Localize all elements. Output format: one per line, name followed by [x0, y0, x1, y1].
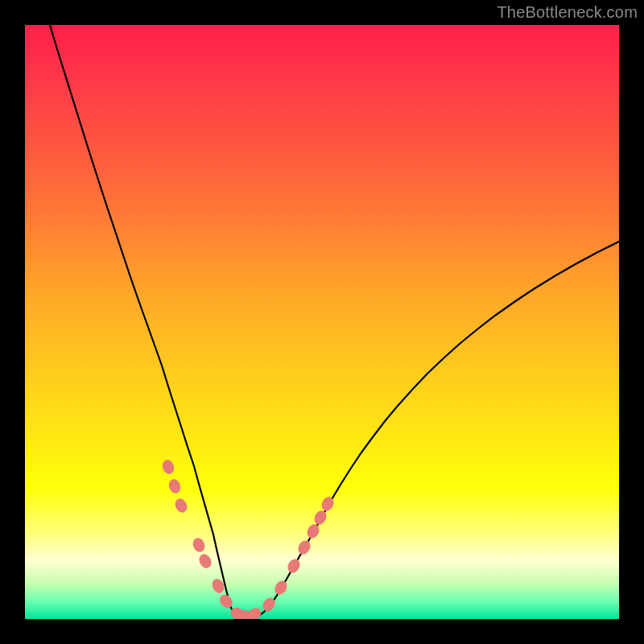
- highlight-dot: [191, 536, 207, 554]
- highlight-dot: [305, 522, 322, 540]
- highlight-dot: [312, 509, 329, 526]
- highlight-dot: [296, 539, 313, 557]
- highlight-dot: [173, 497, 189, 514]
- bottleneck-curve: [50, 25, 619, 619]
- chart-svg: [25, 25, 619, 619]
- highlight-dot: [217, 592, 236, 611]
- highlight-dot: [285, 557, 302, 576]
- curve-group: [50, 25, 619, 619]
- highlight-dot: [161, 458, 176, 476]
- watermark-text: TheBottleneck.com: [497, 3, 638, 22]
- highlight-dot: [272, 579, 289, 597]
- highlight-dot: [167, 477, 183, 495]
- chart-frame: TheBottleneck.com: [0, 0, 644, 644]
- highlight-dot: [197, 552, 214, 570]
